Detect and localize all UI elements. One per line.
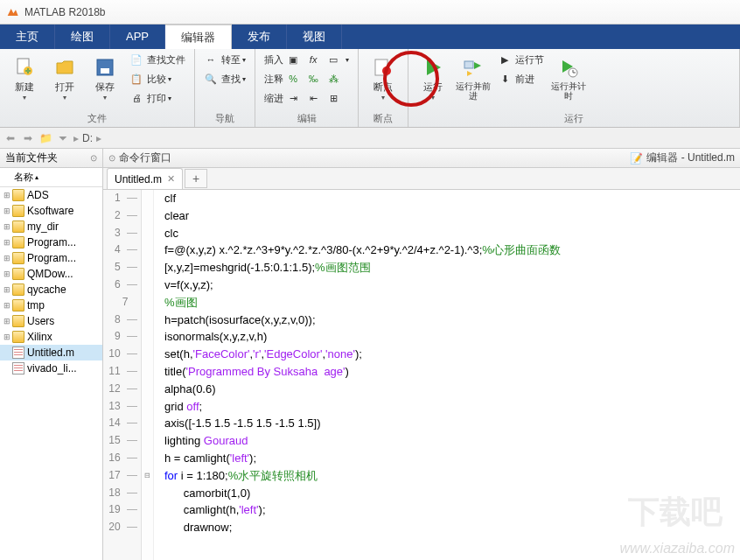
- tab-编辑器[interactable]: 编辑器: [165, 24, 232, 49]
- editor-tab[interactable]: Untitled.m ✕: [107, 168, 183, 189]
- command-window-header: ⊙ 命令行窗口 📝 编辑器 - Untitled.m: [103, 149, 740, 168]
- path-sep2: ▸: [96, 132, 101, 144]
- forward-icon[interactable]: ➡: [21, 131, 35, 145]
- main-tabs: 主页绘图APP编辑器发布视图: [0, 24, 740, 49]
- save-icon: [95, 58, 115, 77]
- code-area[interactable]: clfclearclcf=@(x,y,z) x.^2.*z.^3+9*y.^2.…: [154, 190, 740, 560]
- file-tree: ⊞ADS⊞Ksoftware⊞my_dir⊞Program...⊞Program…: [0, 187, 102, 560]
- run-and-advance-button[interactable]: 运行并前进: [454, 51, 492, 105]
- file-item[interactable]: ⊞Ksoftware: [0, 203, 102, 219]
- matlab-logo-icon: [5, 5, 19, 19]
- tab-发布[interactable]: 发布: [232, 24, 287, 49]
- run-advance-icon: [464, 59, 483, 78]
- find-button[interactable]: 🔍查找▾: [200, 70, 249, 88]
- code-editor[interactable]: 1 —2 —3 —4 —5 —6 —7 8 —9 —10 —11 —12 —13…: [103, 190, 740, 560]
- group-label-edit: 编辑: [261, 110, 353, 127]
- run-button[interactable]: 运行▾: [414, 51, 452, 105]
- svg-point-5: [382, 66, 391, 75]
- editor-area: ⊙ 命令行窗口 📝 编辑器 - Untitled.m Untitled.m ✕ …: [103, 149, 740, 560]
- current-folder-header: 当前文件夹 ⊙: [0, 149, 102, 168]
- comment-button[interactable]: 注释 % ‰ ⁂: [261, 70, 353, 88]
- fold-gutter: ⊟: [142, 190, 154, 560]
- file-item[interactable]: ⊞qycache: [0, 282, 102, 298]
- history-icon[interactable]: ⏷: [56, 131, 70, 145]
- panel-dropdown-icon[interactable]: ⊙: [108, 153, 115, 163]
- up-folder-icon[interactable]: 📁: [38, 131, 52, 145]
- ribbon-group-run: 运行▾ 运行并前进 ▶运行节 ⬇前进 运行并计时 运行: [408, 49, 740, 127]
- breakpoints-button[interactable]: 断点▾: [364, 51, 402, 105]
- run-time-icon: [559, 59, 578, 78]
- ribbon-group-edit: 插入 ▣ fx ▭▾ 注释 % ‰ ⁂ 缩进 ⇥ ⇤ ⊞ 编辑: [255, 49, 359, 127]
- indent-button[interactable]: 缩进 ⇥ ⇤ ⊞: [261, 89, 353, 107]
- ribbon: 新建▾ 打开▾ 保存▾ 📄查找文件 📋比较▾ 🖨打印▾ 文件 ↔转至▾ 🔍查找▾: [0, 49, 740, 128]
- svg-rect-3: [101, 68, 109, 74]
- add-tab-button[interactable]: +: [185, 169, 207, 188]
- tab-绘图[interactable]: 绘图: [55, 24, 110, 49]
- command-window-title: 命令行窗口: [119, 150, 171, 165]
- panel-dropdown-icon[interactable]: ⊙: [90, 153, 97, 163]
- new-button[interactable]: 新建▾: [5, 51, 44, 105]
- file-item[interactable]: ⊞ADS: [0, 187, 102, 203]
- group-label-run: 运行: [414, 110, 734, 127]
- advance-button[interactable]: ⬇前进: [494, 70, 548, 88]
- wrap-comment-icon: ⁂: [326, 72, 340, 86]
- editor-tab-label: Untitled.m: [115, 173, 162, 186]
- tab-主页[interactable]: 主页: [0, 24, 55, 49]
- titlebar: MATLAB R2018b: [0, 0, 740, 24]
- group-label-file: 文件: [5, 110, 189, 127]
- app-title: MATLAB R2018b: [24, 6, 106, 18]
- breakpoint-icon: [373, 58, 393, 77]
- back-icon[interactable]: ⬅: [3, 131, 17, 145]
- fx-icon: fx: [306, 52, 320, 66]
- goto-button[interactable]: ↔转至▾: [200, 51, 249, 68]
- address-bar: ⬅ ➡ 📁 ⏷ ▸ D: ▸: [0, 128, 740, 149]
- uncomment-icon: ‰: [306, 72, 320, 86]
- tab-APP[interactable]: APP: [110, 24, 165, 49]
- file-item[interactable]: ⊞Program...: [0, 234, 102, 250]
- indent-left-icon: ⇤: [306, 91, 320, 105]
- new-file-icon: [15, 58, 34, 77]
- editor-doc-title: 编辑器 - Untitled.m: [646, 150, 735, 165]
- file-item[interactable]: ⊞tmp: [0, 298, 102, 313]
- comment-icon: %: [286, 72, 300, 86]
- editor-doc-icon: 📝: [630, 152, 643, 164]
- file-item[interactable]: ⊞Users: [0, 313, 102, 329]
- smart-indent-icon: ⊞: [326, 91, 340, 105]
- tab-视图[interactable]: 视图: [287, 24, 342, 49]
- save-button[interactable]: 保存▾: [86, 51, 124, 105]
- print-icon: 🖨: [129, 91, 143, 105]
- group-label-nav: 导航: [200, 110, 249, 127]
- compare-button[interactable]: 📋比较▾: [126, 70, 189, 88]
- path-segment[interactable]: D:: [82, 132, 93, 144]
- file-item[interactable]: ⊞my_dir: [0, 219, 102, 234]
- insert-section-icon: ▣: [286, 52, 300, 66]
- print-button[interactable]: 🖨打印▾: [126, 89, 189, 107]
- run-section-button[interactable]: ▶运行节: [494, 51, 548, 68]
- editor-tabs: Untitled.m ✕ +: [103, 168, 740, 190]
- open-folder-icon: [55, 58, 74, 77]
- run-section-icon: ▶: [498, 52, 512, 66]
- current-folder-panel: 当前文件夹 ⊙ 名称 ▴ ⊞ADS⊞Ksoftware⊞my_dir⊞Progr…: [0, 149, 103, 560]
- name-column-header[interactable]: 名称 ▴: [0, 168, 102, 187]
- file-item[interactable]: ⊞Program...: [0, 250, 102, 266]
- find-files-icon: 📄: [129, 52, 143, 66]
- insert-button[interactable]: 插入 ▣ fx ▭▾: [261, 51, 353, 68]
- file-item[interactable]: vivado_li...: [0, 360, 102, 376]
- advance-icon: ⬇: [498, 72, 512, 86]
- run-and-time-button[interactable]: 运行并计时: [549, 51, 588, 105]
- goto-icon: ↔: [204, 52, 218, 66]
- ribbon-group-file: 新建▾ 打开▾ 保存▾ 📄查找文件 📋比较▾ 🖨打印▾ 文件: [0, 49, 195, 127]
- indent-right-icon: ⇥: [286, 91, 300, 105]
- close-tab-icon[interactable]: ✕: [167, 173, 175, 185]
- find-icon: 🔍: [204, 72, 218, 86]
- file-item[interactable]: Untitled.m: [0, 345, 102, 360]
- run-icon: [423, 58, 443, 77]
- file-item[interactable]: ⊞QMDow...: [0, 266, 102, 282]
- open-button[interactable]: 打开▾: [45, 51, 84, 105]
- find-files-button[interactable]: 📄查找文件: [126, 51, 189, 68]
- file-item[interactable]: ⊞Xilinx: [0, 329, 102, 345]
- line-number-gutter: 1 —2 —3 —4 —5 —6 —7 8 —9 —10 —11 —12 —13…: [103, 190, 142, 560]
- group-label-bp: 断点: [364, 110, 402, 127]
- path-sep: ▸: [73, 132, 79, 144]
- svg-rect-6: [464, 61, 473, 68]
